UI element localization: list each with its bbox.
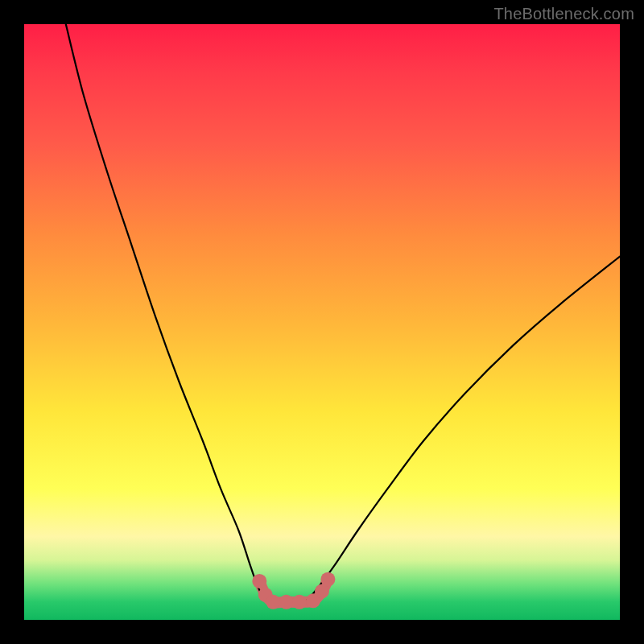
marker-dot	[279, 595, 294, 609]
curve-svg	[24, 24, 620, 620]
marker-dot	[320, 572, 335, 587]
marker-dots	[252, 572, 335, 609]
plot-area	[24, 24, 620, 620]
marker-dot	[292, 595, 307, 609]
chart-stage: TheBottleneck.com	[0, 0, 644, 644]
marker-dot	[252, 574, 266, 588]
marker-dot	[266, 595, 280, 609]
watermark-text: TheBottleneck.com	[493, 5, 634, 23]
bottleneck-curve	[66, 24, 620, 603]
